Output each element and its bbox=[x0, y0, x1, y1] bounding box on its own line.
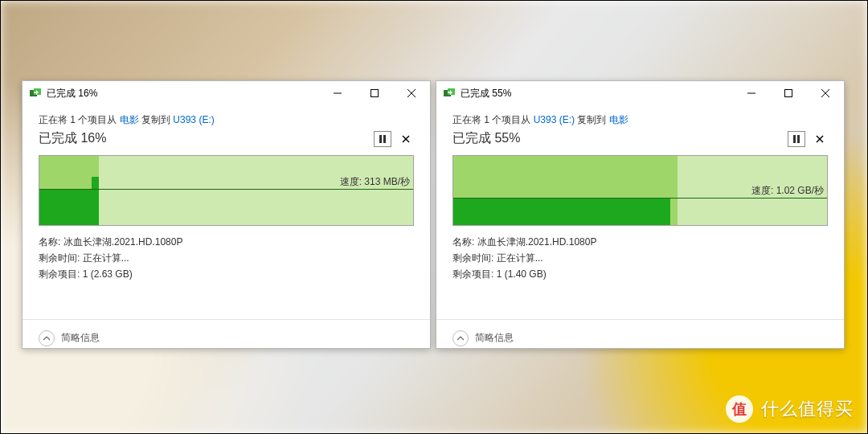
file-name: 冰血长津湖.2021.HD.1080P bbox=[477, 236, 597, 248]
watermark-logo-icon: 值 bbox=[726, 395, 753, 423]
svg-rect-3 bbox=[371, 90, 379, 97]
copy-description: 正在将 1 个项目从 U393 (E:) 复制到 电影 bbox=[452, 113, 828, 127]
copy-progress-icon bbox=[443, 87, 456, 100]
progress-title: 已完成 55% bbox=[452, 130, 781, 147]
maximize-button[interactable] bbox=[356, 81, 393, 105]
close-button[interactable] bbox=[393, 81, 430, 105]
details: 名称: 冰血长津湖.2021.HD.1080P 剩余时间: 正在计算... 剩余… bbox=[452, 234, 828, 282]
speed-label: 速度: 313 MB/秒 bbox=[340, 175, 410, 189]
destination-link[interactable]: 电影 bbox=[609, 114, 628, 125]
maximize-button[interactable] bbox=[770, 81, 807, 105]
copy-description: 正在将 1 个项目从 电影 复制到 U393 (E:) bbox=[39, 113, 414, 127]
svg-rect-17 bbox=[797, 135, 800, 143]
cancel-button[interactable] bbox=[398, 132, 414, 146]
svg-rect-7 bbox=[383, 135, 386, 143]
source-link[interactable]: U393 (E:) bbox=[534, 114, 575, 125]
close-button[interactable] bbox=[807, 81, 844, 105]
window-title: 已完成 55% bbox=[461, 87, 511, 100]
chevron-up-icon bbox=[39, 330, 55, 346]
pause-button[interactable] bbox=[788, 131, 805, 147]
copy-dialog-1: 已完成 16% 正在将 1 个项目从 电影 复制到 U393 (E:) 已完成 … bbox=[22, 80, 431, 349]
speed-chart: 速度: 1.02 GB/秒 bbox=[452, 155, 828, 226]
time-remaining: 正在计算... bbox=[497, 252, 543, 264]
watermark-text: 什么值得买 bbox=[761, 397, 854, 421]
fewer-details-toggle[interactable]: 简略信息 bbox=[23, 319, 430, 348]
minimize-button[interactable] bbox=[733, 81, 770, 105]
time-remaining: 正在计算... bbox=[83, 252, 129, 264]
speed-label: 速度: 1.02 GB/秒 bbox=[751, 184, 824, 198]
destination-link[interactable]: U393 (E:) bbox=[173, 114, 214, 125]
svg-rect-13 bbox=[785, 90, 792, 97]
window-title: 已完成 16% bbox=[47, 87, 97, 100]
svg-rect-6 bbox=[379, 135, 382, 143]
titlebar[interactable]: 已完成 55% bbox=[436, 81, 844, 105]
file-name: 冰血长津湖.2021.HD.1080P bbox=[63, 236, 183, 248]
svg-rect-16 bbox=[793, 135, 796, 143]
details: 名称: 冰血长津湖.2021.HD.1080P 剩余时间: 正在计算... 剩余… bbox=[39, 234, 414, 282]
items-remaining: 1 (1.40 GB) bbox=[497, 268, 547, 280]
cancel-button[interactable] bbox=[812, 132, 828, 146]
progress-title: 已完成 16% bbox=[39, 130, 367, 147]
minimize-button[interactable] bbox=[319, 81, 356, 105]
chevron-up-icon bbox=[452, 330, 469, 346]
speed-chart: 速度: 313 MB/秒 bbox=[39, 155, 414, 226]
source-link[interactable]: 电影 bbox=[120, 114, 139, 125]
titlebar[interactable]: 已完成 16% bbox=[23, 81, 430, 105]
items-remaining: 1 (2.63 GB) bbox=[83, 268, 133, 280]
copy-progress-icon bbox=[29, 87, 42, 100]
copy-dialog-2: 已完成 55% 正在将 1 个项目从 U393 (E:) 复制到 电影 已完成 … bbox=[436, 80, 845, 349]
pause-button[interactable] bbox=[374, 131, 391, 147]
watermark: 值 什么值得买 bbox=[726, 395, 854, 423]
fewer-details-toggle[interactable]: 简略信息 bbox=[436, 319, 844, 348]
